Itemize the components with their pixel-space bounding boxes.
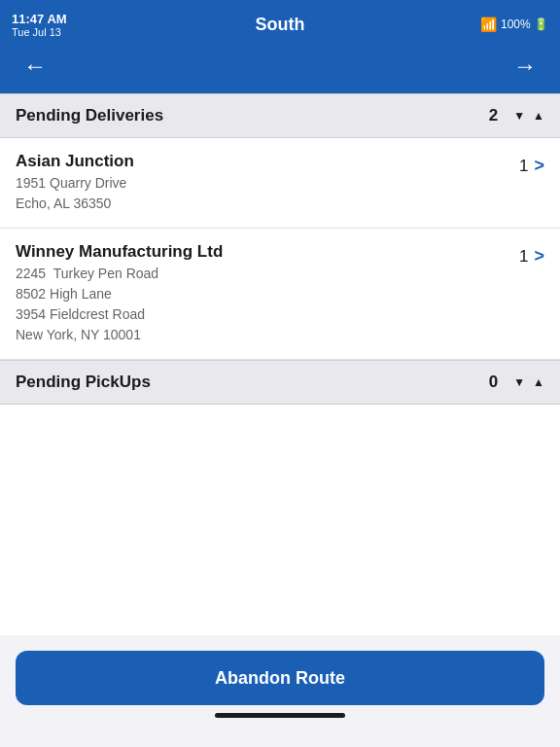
- bottom-area: Abandon Route: [0, 635, 560, 747]
- chevron-right-icon-1: >: [534, 156, 544, 176]
- deliveries-arrows[interactable]: ▼ ▲: [513, 109, 544, 123]
- delivery-address-2-line3: 3954 Fieldcrest Road: [16, 304, 519, 325]
- content-spacer: [0, 405, 560, 599]
- deliveries-header: Pending Deliveries 2 ▼ ▲: [0, 93, 560, 138]
- deliveries-up-arrow[interactable]: ▲: [533, 109, 544, 123]
- pickups-up-arrow[interactable]: ▲: [533, 375, 544, 389]
- chevron-right-icon-2: >: [534, 246, 544, 267]
- nav-title-text: South: [256, 15, 305, 34]
- pickups-header: Pending PickUps 0 ▼ ▲: [0, 360, 560, 405]
- delivery-count-1: 1: [519, 157, 528, 176]
- home-indicator: [215, 713, 345, 718]
- delivery-info-2: Winney Manufacturing Ltd 2245 Turkey Pen…: [16, 242, 519, 345]
- delivery-address-2-line1: 2245 Turkey Pen Road: [16, 264, 519, 284]
- pickups-title: Pending PickUps: [16, 373, 489, 392]
- deliveries-title: Pending Deliveries: [16, 106, 489, 125]
- main-content: Pending Deliveries 2 ▼ ▲ Asian Junction …: [0, 93, 560, 635]
- delivery-right-2[interactable]: 1 >: [519, 242, 544, 267]
- status-time: 11:47 AM: [12, 12, 67, 26]
- delivery-address-1-line2: Echo, AL 36350: [16, 194, 519, 214]
- delivery-address-2-line4: New York, NY 10001: [16, 325, 519, 345]
- pickups-down-arrow[interactable]: ▼: [513, 375, 525, 389]
- status-icons: 📶 100% 🔋: [480, 17, 548, 32]
- delivery-info-1: Asian Junction 1951 Quarry Drive Echo, A…: [16, 152, 519, 214]
- status-left: 11:47 AM Tue Jul 13: [12, 12, 67, 38]
- back-button[interactable]: ←: [16, 49, 54, 84]
- abandon-route-button[interactable]: Abandon Route: [16, 651, 544, 705]
- status-date: Tue Jul 13: [12, 26, 61, 38]
- deliveries-down-arrow[interactable]: ▼: [513, 109, 525, 123]
- battery-status: 100% 🔋: [501, 18, 548, 31]
- delivery-count-2: 1: [519, 247, 528, 267]
- nav-title: South: [256, 15, 305, 35]
- delivery-right-1[interactable]: 1 >: [519, 152, 544, 176]
- delivery-name-2: Winney Manufacturing Ltd: [16, 242, 519, 262]
- pickups-count: 0: [489, 373, 498, 392]
- delivery-address-2-line2: 8502 High Lane: [16, 284, 519, 304]
- pickups-arrows[interactable]: ▼ ▲: [513, 375, 544, 389]
- delivery-address-1-line1: 1951 Quarry Drive: [16, 173, 519, 194]
- deliveries-count: 2: [489, 106, 498, 125]
- delivery-item-2[interactable]: Winney Manufacturing Ltd 2245 Turkey Pen…: [0, 229, 560, 360]
- forward-button[interactable]: →: [506, 49, 544, 84]
- delivery-name-1: Asian Junction: [16, 152, 519, 171]
- wifi-icon: 📶: [480, 17, 497, 32]
- delivery-item-1[interactable]: Asian Junction 1951 Quarry Drive Echo, A…: [0, 138, 560, 229]
- status-bar: 11:47 AM Tue Jul 13 South 📶 100% 🔋: [0, 0, 560, 49]
